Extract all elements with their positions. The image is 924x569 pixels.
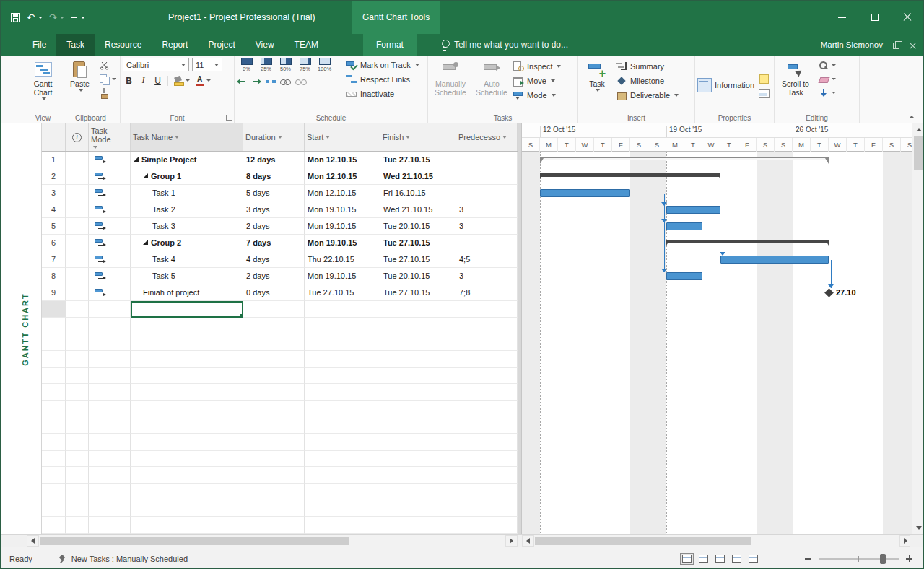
scroll-up-button[interactable]: [912, 123, 924, 136]
row-id-cell[interactable]: [42, 401, 66, 417]
row-info-cell[interactable]: [66, 334, 89, 351]
table-scroll-right-button[interactable]: [505, 535, 518, 547]
tab-task[interactable]: Task: [56, 34, 95, 56]
column-header-info[interactable]: i: [66, 123, 89, 151]
start-cell[interactable]: Tue 27.10.15: [305, 284, 380, 301]
insert-deliverable-button[interactable]: Deliverable: [616, 88, 679, 102]
start-cell[interactable]: [305, 517, 380, 534]
start-cell[interactable]: [305, 451, 380, 467]
row-info-cell[interactable]: [66, 368, 89, 384]
duration-cell[interactable]: [243, 500, 305, 517]
duration-cell[interactable]: [243, 417, 305, 434]
predecessors-cell[interactable]: [456, 484, 518, 500]
duration-cell[interactable]: 4 days: [243, 251, 305, 268]
zoom-in-button[interactable]: [905, 554, 915, 564]
minimize-button[interactable]: [826, 1, 858, 34]
tab-resource[interactable]: Resource: [95, 34, 152, 56]
column-header-task-mode[interactable]: Task Mode: [89, 123, 131, 151]
task-name-cell[interactable]: [131, 451, 243, 467]
mode-button[interactable]: Mode: [513, 88, 561, 102]
row-info-cell[interactable]: [66, 434, 89, 451]
task-mode-cell[interactable]: [89, 301, 131, 318]
finish-cell[interactable]: Tue 20.10.15: [380, 268, 456, 284]
font-color-button[interactable]: [193, 74, 212, 87]
finish-cell[interactable]: [380, 417, 456, 434]
percent-75-button[interactable]: 75%: [295, 58, 315, 72]
row-info-cell[interactable]: [66, 168, 89, 185]
task-mode-cell[interactable]: [89, 334, 131, 351]
predecessors-cell[interactable]: [456, 152, 518, 168]
row-info-cell[interactable]: [66, 484, 89, 500]
task-name-cell[interactable]: [131, 384, 243, 401]
task-name-cell[interactable]: Task 2: [131, 201, 243, 218]
finish-cell[interactable]: [380, 368, 456, 384]
start-cell[interactable]: Mon 12.10.15: [305, 152, 380, 168]
duration-cell[interactable]: 5 days: [243, 185, 305, 201]
font-size-combo[interactable]: 11: [192, 58, 222, 71]
filter-dropdown-icon[interactable]: [406, 136, 410, 139]
maximize-button[interactable]: [858, 1, 891, 34]
collapse-triangle-icon[interactable]: [143, 173, 148, 178]
row-info-cell[interactable]: [66, 384, 89, 401]
task-bar[interactable]: [720, 256, 829, 264]
task-mode-cell[interactable]: [89, 417, 131, 434]
row-id-cell[interactable]: [42, 434, 66, 451]
format-painter-button[interactable]: [98, 87, 118, 99]
start-cell[interactable]: Thu 22.10.15: [305, 251, 380, 268]
predecessors-cell[interactable]: [456, 500, 518, 517]
predecessors-cell[interactable]: 3: [456, 201, 518, 218]
task-mode-cell[interactable]: [89, 484, 131, 500]
predecessors-cell[interactable]: [456, 301, 518, 318]
start-cell[interactable]: Mon 12.10.15: [305, 185, 380, 201]
duration-cell[interactable]: 12 days: [243, 152, 305, 168]
task-mode-cell[interactable]: [89, 185, 131, 201]
paste-button[interactable]: Paste: [64, 58, 96, 112]
start-cell[interactable]: [305, 417, 380, 434]
row-info-cell[interactable]: [66, 284, 89, 301]
task-name-cell[interactable]: Task 5: [131, 268, 243, 284]
report-view-shortcut[interactable]: [746, 553, 760, 565]
start-cell[interactable]: [305, 484, 380, 500]
duration-cell[interactable]: [243, 484, 305, 500]
row-id-cell[interactable]: 8: [42, 268, 66, 284]
task-name-cell[interactable]: Group 1: [131, 168, 243, 185]
inspect-button[interactable]: Inspect: [513, 59, 561, 73]
finish-cell[interactable]: Wed 21.10.15: [380, 201, 456, 218]
task-name-cell[interactable]: [131, 467, 243, 484]
predecessors-cell[interactable]: 3: [456, 218, 518, 235]
status-new-tasks[interactable]: New Tasks : Manually Scheduled: [71, 555, 188, 563]
table-horizontal-scrollbar[interactable]: [27, 535, 518, 547]
duration-cell[interactable]: [243, 368, 305, 384]
task-mode-cell[interactable]: [89, 251, 131, 268]
finish-cell[interactable]: [380, 401, 456, 417]
column-header-id[interactable]: [42, 123, 66, 151]
task-name-cell[interactable]: [131, 351, 243, 368]
gantt-chart-view-shortcut[interactable]: [680, 553, 694, 565]
row-id-cell[interactable]: 6: [42, 235, 66, 251]
row-id-cell[interactable]: [42, 351, 66, 368]
active-cell-fill-handle[interactable]: [239, 313, 243, 317]
row-info-cell[interactable]: [66, 318, 89, 334]
row-id-cell[interactable]: [42, 368, 66, 384]
close-button[interactable]: [891, 1, 923, 34]
predecessors-cell[interactable]: [456, 517, 518, 534]
collapse-triangle-icon[interactable]: [143, 240, 148, 245]
row-info-cell[interactable]: [66, 351, 89, 368]
row-id-cell[interactable]: 5: [42, 218, 66, 235]
zoom-thumb[interactable]: [880, 554, 886, 564]
duration-cell[interactable]: 8 days: [243, 168, 305, 185]
start-cell[interactable]: [305, 384, 380, 401]
task-name-cell[interactable]: [131, 417, 243, 434]
gantt-chart-view-button[interactable]: Gantt Chart: [27, 58, 58, 112]
row-id-cell[interactable]: [42, 384, 66, 401]
mark-on-track-button[interactable]: Mark on Track: [346, 58, 419, 71]
scroll-to-task-button[interactable]: Scroll to Task: [777, 58, 814, 112]
finish-cell[interactable]: [380, 301, 456, 318]
outdent-task-icon[interactable]: [237, 77, 247, 86]
duration-cell[interactable]: 2 days: [243, 218, 305, 235]
details-button[interactable]: [757, 87, 771, 99]
duration-cell[interactable]: 0 days: [243, 284, 305, 301]
column-header-task-name[interactable]: Task Name: [131, 123, 243, 151]
finish-cell[interactable]: [380, 500, 456, 517]
finish-cell[interactable]: [380, 434, 456, 451]
